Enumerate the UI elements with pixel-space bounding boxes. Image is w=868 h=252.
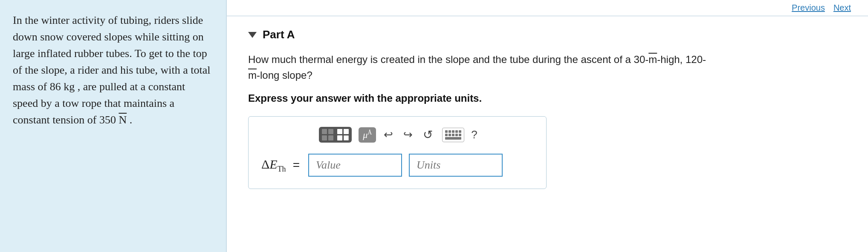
units-input[interactable] <box>409 154 503 177</box>
part-a-title: Part A <box>263 28 295 41</box>
subscript-th: Th <box>278 165 286 173</box>
answer-box: μÅ ↩ ↪ ↺ ? <box>248 116 547 189</box>
problem-text: In the winter activity of tubing, riders… <box>13 12 213 128</box>
mu-angstrom-button[interactable]: μÅ <box>359 127 376 143</box>
equals-sign: = <box>293 158 300 172</box>
keyboard-icon <box>442 128 464 142</box>
matrix-icon <box>319 127 352 143</box>
input-row: ΔETh = <box>261 154 533 177</box>
left-panel: In the winter activity of tubing, riders… <box>0 0 226 252</box>
matrix-squares-left <box>322 129 333 140</box>
next-link[interactable]: Next <box>833 3 851 13</box>
chevron-down-icon[interactable] <box>248 32 257 38</box>
redo-button[interactable]: ↪ <box>401 127 415 142</box>
express-answer-label: Express your answer with the appropriate… <box>248 92 842 104</box>
reset-button[interactable]: ↺ <box>420 127 435 143</box>
keyboard-button[interactable] <box>440 126 466 144</box>
mu-angstrom-label: μÅ <box>363 129 372 140</box>
value-input[interactable] <box>308 154 402 177</box>
undo-button[interactable]: ↩ <box>381 127 396 142</box>
toolbar: μÅ ↩ ↪ ↺ ? <box>261 125 533 144</box>
matrix-button[interactable] <box>317 125 353 144</box>
help-button[interactable]: ? <box>471 128 477 141</box>
previous-link[interactable]: Previous <box>792 3 825 13</box>
question-text: How much thermal energy is created in th… <box>248 52 717 83</box>
right-panel: Previous Next Part A How much thermal en… <box>226 0 868 252</box>
part-a-section: Part A How much thermal energy is create… <box>227 16 868 189</box>
part-a-header: Part A <box>248 28 842 41</box>
delta-label: ΔETh <box>261 157 286 174</box>
top-bar: Previous Next <box>227 0 868 16</box>
